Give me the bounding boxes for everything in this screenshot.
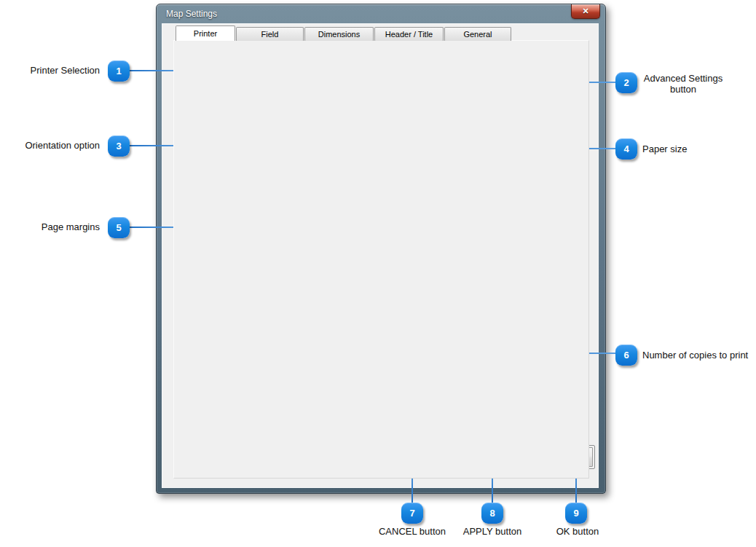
callout-badge-6: 6	[615, 345, 637, 366]
tab-field-label: Field	[261, 30, 279, 39]
callout-badge-3: 3	[108, 135, 130, 157]
tab-general[interactable]: General	[444, 27, 511, 41]
callout-badge-8: 8	[481, 503, 503, 524]
callout-label-ok: OK button	[534, 526, 621, 537]
callout-label-cancel: CANCEL button	[369, 526, 456, 537]
callout-label-copies: Number of copies to print	[642, 350, 748, 361]
callout-label-paper-size: Paper size	[642, 143, 687, 154]
close-icon: ✕	[582, 7, 588, 15]
tab-header-title-label: Header / Title	[385, 30, 433, 39]
callout-label-page-margins: Page margins	[4, 221, 100, 232]
callout-badge-5: 5	[108, 217, 130, 238]
callout-badge-9: 9	[565, 503, 587, 524]
callout-badge-2: 2	[615, 72, 637, 93]
callout-label-printer-selection: Printer Selection	[4, 65, 100, 76]
tab-printer[interactable]: Printer	[176, 25, 235, 41]
tab-printer-label: Printer	[194, 29, 217, 38]
printer-tab-page	[173, 40, 589, 479]
callout-label-apply: APPLY button	[449, 526, 536, 537]
callout-label-orientation-option: Orientation option	[4, 140, 100, 151]
tab-dimensions-label: Dimensions	[318, 30, 360, 39]
tab-dimensions[interactable]: Dimensions	[304, 27, 374, 41]
callout-label-advanced-settings: Advanced Settings button	[641, 73, 725, 95]
tab-field[interactable]: Field	[236, 27, 304, 41]
close-button[interactable]: ✕	[571, 4, 600, 19]
callout-badge-7: 7	[401, 503, 423, 524]
map-settings-dialog: Map Settings ✕ Printer Field Dimensions …	[156, 4, 606, 494]
tab-header-title[interactable]: Header / Title	[374, 27, 444, 41]
callout-badge-1: 1	[108, 60, 130, 82]
callout-badge-4: 4	[615, 138, 637, 160]
window-title: Map Settings	[166, 9, 217, 19]
tab-general-label: General	[463, 30, 492, 39]
